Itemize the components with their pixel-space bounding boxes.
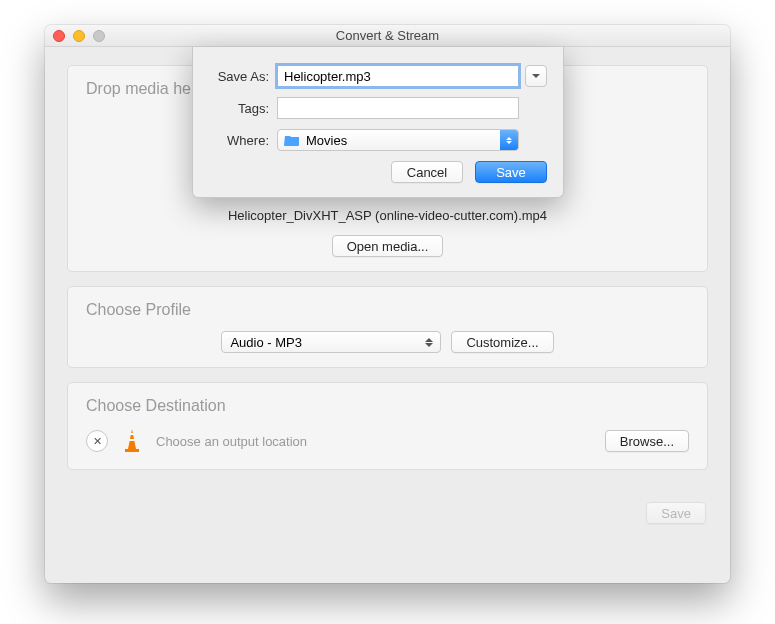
footer: Save xyxy=(45,502,730,530)
profile-heading: Choose Profile xyxy=(86,301,689,319)
save-as-input[interactable] xyxy=(277,65,519,87)
open-media-button[interactable]: Open media... xyxy=(332,235,444,257)
profile-select[interactable]: Audio - MP3 xyxy=(221,331,441,353)
tags-label: Tags: xyxy=(209,101,277,116)
zoom-window-button xyxy=(93,30,105,42)
titlebar: Convert & Stream xyxy=(45,25,730,47)
svg-rect-3 xyxy=(125,449,139,452)
window-title: Convert & Stream xyxy=(336,28,439,43)
save-as-label: Save As: xyxy=(209,69,277,84)
clear-destination-button[interactable]: ✕ xyxy=(86,430,108,452)
destination-heading: Choose Destination xyxy=(86,397,689,415)
svg-rect-2 xyxy=(130,439,135,441)
destination-placeholder: Choose an output location xyxy=(156,434,593,449)
profile-select-value: Audio - MP3 xyxy=(230,335,302,350)
vlc-cone-icon xyxy=(120,427,144,455)
profile-section: Choose Profile Audio - MP3 Customize... xyxy=(67,286,708,368)
main-save-button: Save xyxy=(646,502,706,524)
minimize-window-button[interactable] xyxy=(73,30,85,42)
svg-rect-1 xyxy=(131,433,134,435)
save-sheet: Save As: Tags: Where: Movies Cancel Save xyxy=(192,47,564,198)
expand-sheet-button[interactable] xyxy=(525,65,547,87)
save-button[interactable]: Save xyxy=(475,161,547,183)
selected-media-filename: Helicopter_DivXHT_ASP (online-video-cutt… xyxy=(86,208,689,223)
where-select-value: Movies xyxy=(306,133,347,148)
cancel-button[interactable]: Cancel xyxy=(391,161,463,183)
folder-icon xyxy=(284,134,300,146)
tags-input[interactable] xyxy=(277,97,519,119)
updown-icon xyxy=(500,130,518,150)
chevron-down-icon xyxy=(532,74,540,78)
customize-button[interactable]: Customize... xyxy=(451,331,553,353)
close-window-button[interactable] xyxy=(53,30,65,42)
where-label: Where: xyxy=(209,133,277,148)
updown-icon xyxy=(422,334,436,350)
traffic-lights xyxy=(53,30,105,42)
browse-button[interactable]: Browse... xyxy=(605,430,689,452)
destination-section: Choose Destination ✕ Choose an output lo… xyxy=(67,382,708,470)
where-select[interactable]: Movies xyxy=(277,129,519,151)
